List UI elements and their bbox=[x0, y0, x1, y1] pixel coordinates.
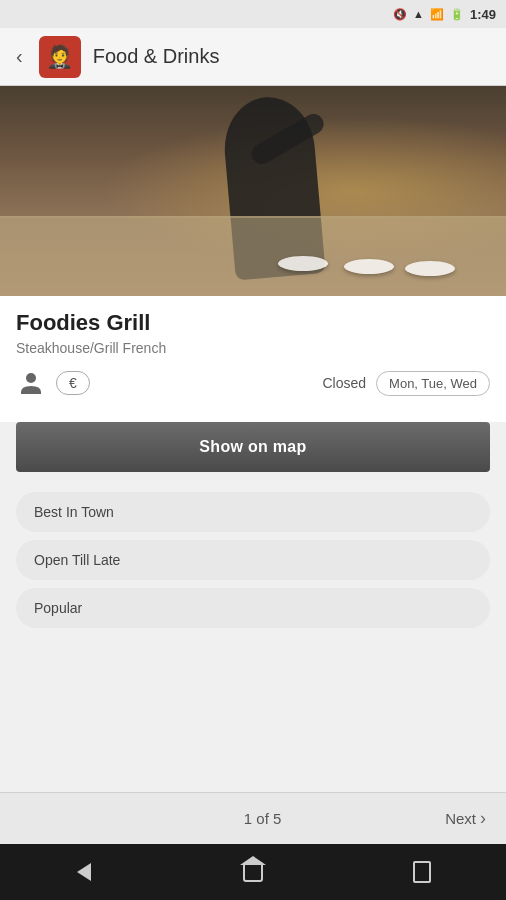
next-button[interactable]: Next › bbox=[445, 808, 486, 829]
app-icon: 🤵 bbox=[39, 36, 81, 78]
recents-icon bbox=[413, 861, 431, 883]
price-badge[interactable]: € bbox=[56, 371, 90, 395]
restaurant-image bbox=[0, 86, 506, 296]
status-bar: 🔇 ▲ 📶 🔋 1:49 bbox=[0, 0, 506, 28]
closed-days-badge: Mon, Tue, Wed bbox=[376, 371, 490, 396]
person-icon bbox=[16, 368, 46, 398]
tag-best-in-town[interactable]: Best In Town bbox=[16, 492, 490, 532]
wifi-icon: ▲ bbox=[413, 8, 424, 20]
status-time: 1:49 bbox=[470, 7, 496, 22]
tags-section: Best In Town Open Till Late Popular bbox=[0, 482, 506, 638]
pagination-footer: 1 of 5 Next › bbox=[0, 792, 506, 844]
status-closed: Closed bbox=[322, 375, 366, 391]
chevron-right-icon: › bbox=[480, 808, 486, 829]
nav-bar: ‹ 🤵 Food & Drinks bbox=[0, 28, 506, 86]
restaurant-category: Steakhouse/Grill French bbox=[16, 340, 490, 356]
restaurant-name: Foodies Grill bbox=[16, 310, 490, 336]
counter bbox=[0, 216, 506, 296]
back-button[interactable]: ‹ bbox=[12, 41, 27, 72]
pagination-text: 1 of 5 bbox=[244, 810, 282, 827]
android-navigation-bar bbox=[0, 844, 506, 900]
android-back-button[interactable] bbox=[66, 854, 102, 890]
plate-2 bbox=[344, 259, 394, 274]
battery-icon: 🔋 bbox=[450, 8, 464, 21]
android-home-button[interactable] bbox=[235, 854, 271, 890]
plate-1 bbox=[278, 256, 328, 271]
page-title: Food & Drinks bbox=[93, 45, 220, 68]
back-arrow-icon bbox=[77, 863, 91, 881]
svg-point-0 bbox=[26, 373, 36, 383]
status-row: € Closed Mon, Tue, Wed bbox=[16, 368, 490, 398]
next-label: Next bbox=[445, 810, 476, 827]
restaurant-info: Foodies Grill Steakhouse/Grill French € … bbox=[0, 296, 506, 422]
home-icon bbox=[243, 862, 263, 882]
signal-icon: 📶 bbox=[430, 8, 444, 21]
main-content: Foodies Grill Steakhouse/Grill French € … bbox=[0, 86, 506, 792]
android-recents-button[interactable] bbox=[404, 854, 440, 890]
pagination-info: 1 of 5 bbox=[244, 810, 282, 827]
show-on-map-button[interactable]: Show on map bbox=[16, 422, 490, 472]
tag-popular[interactable]: Popular bbox=[16, 588, 490, 628]
plate-3 bbox=[405, 261, 455, 276]
tag-open-till-late[interactable]: Open Till Late bbox=[16, 540, 490, 580]
mute-icon: 🔇 bbox=[393, 8, 407, 21]
